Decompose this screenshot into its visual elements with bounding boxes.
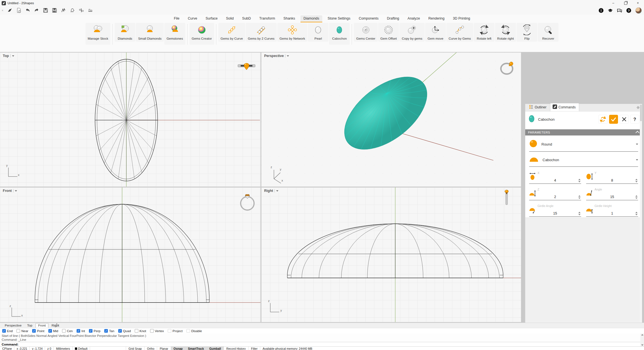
osnap-checkbox[interactable]: ✓ xyxy=(186,329,190,333)
osnap-checkbox[interactable]: ✓ xyxy=(104,329,108,333)
osnap-checkbox[interactable]: ✓ xyxy=(135,329,138,333)
osnap-option[interactable]: ✓ Disable xyxy=(186,329,202,333)
user-avatar[interactable] xyxy=(635,7,642,14)
osnap-checkbox[interactable]: ✓ xyxy=(168,329,171,333)
ribbon-button[interactable]: Cabochon xyxy=(329,23,350,45)
parameter-field[interactable]: Z 2 xyxy=(529,188,581,200)
ribbon-button[interactable]: Gem move xyxy=(425,23,446,42)
menu-item[interactable]: Surface xyxy=(202,15,221,22)
spinner-up-icon[interactable] xyxy=(635,212,638,213)
viewport-tab[interactable]: Front xyxy=(35,323,49,328)
menu-item[interactable]: Stone Settings xyxy=(325,15,353,22)
spinner-up-icon[interactable] xyxy=(578,179,581,180)
osnap-option[interactable]: ✓ Point xyxy=(32,329,44,333)
osnap-checkbox[interactable]: ✓ xyxy=(150,329,154,333)
viewport-perspective-canvas[interactable] xyxy=(261,53,521,187)
toolbar-icon[interactable] xyxy=(34,7,40,13)
parameter-field[interactable]: Girdle Height 1 xyxy=(586,204,638,217)
viewport-menu-caret-icon[interactable] xyxy=(12,55,14,57)
panel-scrollbar[interactable] xyxy=(640,104,642,350)
spinner-down-icon[interactable] xyxy=(578,181,581,182)
osnap-option[interactable]: ✓ Tan xyxy=(104,329,114,333)
status-toggle[interactable]: Gumball xyxy=(207,347,224,350)
titlebar-icon[interactable] xyxy=(617,8,622,13)
ribbon-button[interactable]: Gem Offset xyxy=(378,23,399,42)
status-toggle[interactable]: Ortho xyxy=(145,347,157,350)
osnap-checkbox[interactable]: ✓ xyxy=(62,329,66,333)
viewport-tab[interactable]: Top xyxy=(25,323,35,328)
status-cell[interactable]: CPlane xyxy=(0,347,14,350)
viewport-menu-caret-icon[interactable] xyxy=(276,190,278,192)
toolbar-icon[interactable] xyxy=(87,7,93,13)
spinner[interactable] xyxy=(578,195,581,199)
minimize-button[interactable]: – xyxy=(607,0,619,6)
viewport-right[interactable]: Right z y xyxy=(261,187,521,322)
panel-tab[interactable]: Commands xyxy=(550,103,579,111)
menu-item[interactable]: Solid xyxy=(223,15,237,22)
menu-item[interactable]: Analyze xyxy=(404,15,423,22)
status-toggle[interactable]: Record History xyxy=(224,347,248,350)
spinner-down-icon[interactable] xyxy=(578,197,581,199)
command-action-button[interactable] xyxy=(609,115,618,124)
command-action-button[interactable] xyxy=(620,115,629,124)
command-action-button[interactable] xyxy=(598,115,607,124)
collapse-chevron-icon[interactable] xyxy=(636,131,640,135)
ribbon-button[interactable]: Gemstones xyxy=(164,23,185,45)
titlebar-icon[interactable] xyxy=(598,8,604,13)
viewport-front-canvas[interactable] xyxy=(0,187,261,322)
parameter-value-input[interactable]: 8 xyxy=(597,178,627,182)
toolbar-icon[interactable] xyxy=(69,7,75,13)
status-cell[interactable]: Default xyxy=(73,347,90,350)
menu-item[interactable]: File xyxy=(171,15,183,22)
parameter-value-input[interactable]: 1 xyxy=(597,211,627,215)
osnap-option[interactable]: ✓ Int xyxy=(77,329,85,333)
spinner[interactable] xyxy=(578,179,581,182)
viewport-pan-icon[interactable] xyxy=(55,323,59,328)
viewport-perspective-label[interactable]: Perspective xyxy=(263,54,290,58)
spinner[interactable] xyxy=(635,179,638,182)
titlebar-icon[interactable]: ? xyxy=(626,8,631,13)
command-action-button[interactable]: ? xyxy=(630,115,639,124)
status-toggle[interactable]: Osnap xyxy=(171,347,186,350)
spinner-down-icon[interactable] xyxy=(635,214,638,215)
parameter-value-input[interactable]: 15 xyxy=(540,211,570,215)
menu-item[interactable]: Curve xyxy=(185,15,200,22)
command-scrollbar[interactable] xyxy=(640,334,644,346)
ribbon-button[interactable]: Recover xyxy=(538,23,558,42)
menu-item[interactable]: 3D Printing xyxy=(450,15,473,22)
toolbar-icon[interactable] xyxy=(78,7,84,13)
status-cell[interactable]: y -1.724 xyxy=(30,347,45,350)
spinner-down-icon[interactable] xyxy=(635,181,638,182)
ribbon-button[interactable]: Flip xyxy=(517,23,537,42)
dropdown-caret-icon[interactable] xyxy=(636,159,638,161)
osnap-checkbox[interactable]: ✓ xyxy=(16,329,20,333)
osnap-option[interactable]: ✓ Quad xyxy=(118,329,131,333)
osnap-option[interactable]: ✓ Knot xyxy=(135,329,146,333)
status-cell[interactable]: z 0 xyxy=(45,347,54,350)
ribbon-button[interactable]: Diamonds xyxy=(115,23,135,42)
menu-item[interactable]: Shanks xyxy=(280,15,298,22)
menu-item[interactable]: Transform xyxy=(256,15,278,22)
viewport-right-label[interactable]: Right xyxy=(263,189,280,193)
ribbon-button[interactable]: Curve by Gems xyxy=(446,23,473,42)
panel-tab[interactable]: Outliner xyxy=(526,103,550,111)
parameter-field[interactable]: Y 8 xyxy=(586,171,638,184)
ribbon-button[interactable]: Gems Creator xyxy=(190,23,214,45)
parameter-field[interactable]: Girdle Angle 15 xyxy=(529,204,581,217)
viewport-menu-caret-icon[interactable] xyxy=(15,190,17,192)
viewport-top-label[interactable]: Top xyxy=(2,54,15,58)
spinner[interactable] xyxy=(578,212,581,215)
menu-item[interactable]: Diamonds xyxy=(300,15,322,22)
osnap-option[interactable]: ✓ Perp xyxy=(89,329,100,333)
osnap-checkbox[interactable]: ✓ xyxy=(77,329,80,333)
toolbar-close-icon[interactable]: × xyxy=(2,9,3,12)
close-button[interactable]: × xyxy=(632,0,644,6)
parameter-value-input[interactable]: 2 xyxy=(540,195,570,199)
toolbar-icon[interactable] xyxy=(16,7,22,13)
parameter-value-input[interactable]: 15 xyxy=(597,195,627,199)
ribbon-button[interactable]: Rotate right xyxy=(495,23,516,42)
osnap-option[interactable]: ✓ Project xyxy=(168,329,183,333)
osnap-option[interactable]: ✓ End xyxy=(2,329,13,333)
osnap-checkbox[interactable]: ✓ xyxy=(89,329,93,333)
shape-select[interactable]: Round xyxy=(529,139,638,152)
